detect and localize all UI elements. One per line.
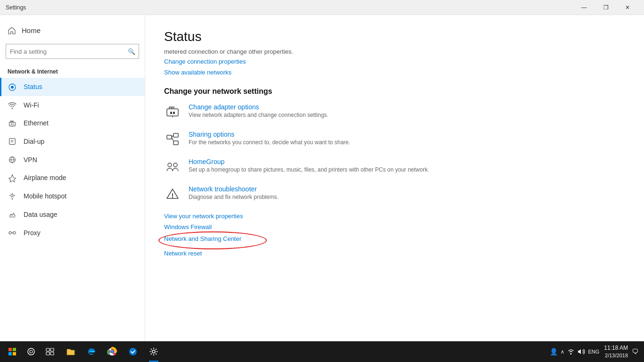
search-box: 🔍	[6, 44, 139, 59]
taskbar-date: 2/13/2018	[604, 352, 628, 359]
chrome-app[interactable]	[102, 341, 123, 362]
pinned-app-1[interactable]	[123, 341, 143, 362]
change-adapter-desc: View network adapters and change connect…	[189, 112, 329, 118]
status-icon	[8, 82, 17, 91]
sidebar-item-ethernet[interactable]: Ethernet	[0, 114, 145, 132]
sidebar-item-datausage[interactable]: Data usage	[0, 206, 145, 224]
troubleshooter-icon	[164, 185, 181, 202]
svg-point-25	[30, 350, 33, 353]
people-icon[interactable]: 👤	[550, 348, 558, 355]
start-button[interactable]	[2, 341, 23, 362]
cortana-button[interactable]	[23, 341, 40, 362]
svg-rect-27	[50, 348, 54, 351]
explorer-app[interactable]	[60, 341, 81, 362]
taskbar-time: 11:18 AM	[604, 344, 628, 352]
change-connection-link[interactable]: Change connection properties	[164, 58, 625, 65]
change-adapter-icon	[164, 103, 181, 120]
notification-chevron[interactable]: ∧	[561, 349, 564, 355]
sidebar-item-label-datausage: Data usage	[24, 211, 58, 218]
main-content: Status metered connection or change othe…	[145, 15, 644, 341]
links-section: View your network properties Windows Fir…	[164, 213, 625, 257]
homegroup-text: HomeGroup Set up a homegroup to share pi…	[189, 158, 429, 173]
svg-point-8	[9, 231, 11, 234]
svg-rect-29	[50, 352, 54, 355]
svg-rect-2	[9, 122, 16, 126]
svg-rect-12	[173, 112, 175, 114]
app-body: Home 🔍 Network & Internet Status	[0, 15, 644, 341]
window-title: Settings	[6, 4, 26, 11]
hotspot-icon	[8, 192, 17, 201]
sharing-options-icon	[164, 131, 181, 148]
svg-point-24	[28, 348, 34, 355]
page-title: Status	[164, 29, 625, 44]
volume-icon[interactable]	[578, 348, 585, 356]
title-bar: Settings — ❐ ✕	[0, 0, 644, 15]
taskbar: 👤 ∧ ENG 11:18 AM	[0, 341, 644, 362]
sidebar-item-dialup[interactable]: Dial-up	[0, 132, 145, 151]
troubleshooter-title[interactable]: Network troubleshooter	[189, 185, 279, 193]
svg-rect-21	[13, 348, 16, 351]
homegroup-title[interactable]: HomeGroup	[189, 158, 429, 165]
time-date[interactable]: 11:18 AM 2/13/2018	[604, 344, 628, 359]
change-adapter-title[interactable]: Change adapter options	[189, 103, 329, 111]
sharing-options-title[interactable]: Sharing options	[189, 131, 350, 138]
change-adapter-text: Change adapter options View network adap…	[189, 103, 329, 118]
svg-point-9	[13, 231, 16, 234]
minimize-button[interactable]: —	[573, 0, 595, 15]
network-sharing-center-link[interactable]: Network and Sharing Center	[164, 235, 241, 242]
svg-rect-23	[13, 352, 16, 355]
search-input[interactable]	[6, 44, 139, 59]
svg-point-19	[172, 197, 173, 198]
svg-point-34	[152, 350, 155, 353]
sidebar-item-label-vpn: VPN	[24, 156, 37, 164]
dialup-icon	[8, 137, 17, 146]
sidebar-item-label-status: Status	[24, 83, 42, 90]
homegroup-option: HomeGroup Set up a homegroup to share pi…	[164, 158, 625, 175]
sidebar-item-label-proxy: Proxy	[24, 229, 41, 237]
home-nav-item[interactable]: Home	[0, 21, 145, 40]
sidebar-item-vpn[interactable]: VPN	[0, 150, 145, 169]
sidebar-item-label-airplane: Airplane mode	[24, 174, 66, 181]
svg-point-33	[129, 348, 137, 355]
taskbar-right: 👤 ∧ ENG 11:18 AM	[550, 344, 642, 359]
sidebar-item-airplane[interactable]: Airplane mode	[0, 169, 145, 187]
sharing-options-option: Sharing options For the networks you con…	[164, 131, 625, 148]
sidebar-item-wifi[interactable]: Wi-Fi	[0, 96, 145, 114]
svg-rect-20	[8, 348, 12, 351]
window-controls: — ❐ ✕	[573, 0, 638, 15]
taskview-button[interactable]	[40, 341, 60, 362]
svg-point-16	[168, 163, 172, 167]
settings-app[interactable]	[143, 341, 164, 362]
sharing-options-text: Sharing options For the networks you con…	[189, 131, 350, 146]
proxy-icon	[8, 228, 17, 237]
edge-app[interactable]	[81, 341, 102, 362]
svg-rect-4	[13, 123, 14, 125]
network-icon[interactable]	[567, 348, 575, 356]
datausage-icon	[8, 210, 17, 219]
svg-rect-3	[11, 123, 12, 125]
vpn-icon	[8, 155, 17, 164]
sidebar-item-hotspot[interactable]: Mobile hotspot	[0, 187, 145, 206]
sidebar-item-status[interactable]: Status	[0, 78, 145, 96]
change-adapter-option: Change adapter options View network adap…	[164, 103, 625, 120]
home-icon	[8, 25, 16, 35]
homegroup-icon	[164, 158, 181, 175]
show-networks-link[interactable]: Show available networks	[164, 69, 625, 76]
sidebar-item-proxy[interactable]: Proxy	[0, 223, 145, 242]
maximize-button[interactable]: ❐	[595, 0, 617, 15]
airplane-icon	[8, 173, 17, 182]
wifi-icon	[8, 101, 17, 109]
svg-point-17	[173, 163, 177, 167]
taskbar-system-icons: 👤 ∧ ENG	[550, 348, 599, 356]
svg-rect-22	[8, 352, 12, 355]
action-center-icon[interactable]: 🗨	[632, 348, 638, 355]
windows-firewall-link[interactable]: Windows Firewall	[164, 223, 625, 230]
sidebar-item-label-ethernet: Ethernet	[24, 119, 49, 127]
view-network-properties-link[interactable]: View your network properties	[164, 213, 625, 220]
network-reset-link[interactable]: Network reset	[164, 250, 625, 257]
sidebar-item-label-dialup: Dial-up	[24, 138, 44, 145]
close-button[interactable]: ✕	[617, 0, 638, 15]
svg-rect-10	[167, 109, 178, 116]
troubleshooter-desc: Diagnose and fix network problems.	[189, 194, 279, 200]
lang-label[interactable]: ENG	[588, 349, 599, 354]
